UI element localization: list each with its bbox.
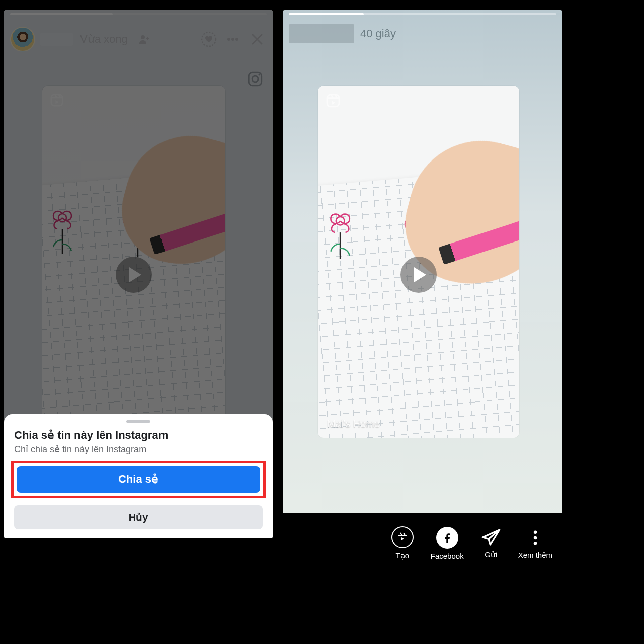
story-header: Vừa xong <box>10 24 267 54</box>
poster-name-block[interactable]: Vừa xong <box>40 30 154 49</box>
play-button[interactable] <box>116 257 152 293</box>
poster-name-redacted <box>289 24 354 43</box>
friend-tag-icon <box>135 30 154 49</box>
svg-point-0 <box>141 35 145 39</box>
sheet-grabber[interactable] <box>126 420 150 423</box>
send-action[interactable]: Gửi <box>481 527 501 559</box>
svg-point-4 <box>235 38 238 41</box>
facebook-story-viewer: Vừa xong <box>4 10 273 538</box>
kebab-icon <box>528 528 543 548</box>
story-progress-fill <box>289 13 364 15</box>
svg-rect-8 <box>51 95 63 106</box>
play-button[interactable] <box>400 257 437 293</box>
story-progress <box>10 13 267 15</box>
heart-ring-icon[interactable] <box>199 30 218 49</box>
highlight-annotation: Chia sẻ <box>11 461 266 498</box>
story-time-label: Vừa xong <box>80 33 128 46</box>
reels-icon <box>391 526 414 548</box>
video-watermark: Mal's Home <box>327 418 380 430</box>
instagram-story-editor: 40 giây <box>283 10 562 513</box>
share-button[interactable]: Chia sẻ <box>17 466 260 493</box>
cancel-button[interactable]: Hủy <box>14 505 263 529</box>
story-action-bar: Tạo Facebook Gửi Xem thêm <box>283 518 562 569</box>
svg-point-2 <box>227 38 230 41</box>
play-icon <box>411 267 426 282</box>
close-icon[interactable] <box>248 30 267 49</box>
story-progress-fill <box>10 13 113 15</box>
reel-badge-icon <box>325 93 341 109</box>
svg-rect-10 <box>327 95 339 107</box>
story-time-label: 40 giây <box>360 27 396 40</box>
svg-point-12 <box>534 530 537 534</box>
more-label: Xem thêm <box>518 551 552 559</box>
instagram-icon[interactable] <box>247 70 266 90</box>
svg-point-3 <box>231 38 234 41</box>
composite-screenshot: Vừa xong <box>0 0 644 644</box>
reel-badge-icon <box>49 93 64 108</box>
play-icon <box>126 267 141 282</box>
share-bottom-sheet: Chia sẻ tin này lên Instagram Chỉ chia s… <box>4 414 273 538</box>
facebook-action[interactable]: Facebook <box>431 527 464 560</box>
svg-point-7 <box>259 74 260 75</box>
send-label: Gửi <box>485 550 497 559</box>
create-label: Tạo <box>396 551 410 560</box>
sheet-title: Chia sẻ tin này lên Instagram <box>14 429 263 442</box>
poster-name-redacted <box>40 33 73 46</box>
create-action[interactable]: Tạo <box>391 526 414 560</box>
facebook-icon <box>436 527 458 549</box>
paper-plane-icon <box>481 527 501 547</box>
more-action[interactable]: Xem thêm <box>518 528 552 559</box>
story-content-card[interactable]: Mal's Home <box>318 86 519 438</box>
story-content-card[interactable]: Mal's Home <box>42 86 225 433</box>
svg-point-6 <box>252 76 258 82</box>
svg-point-14 <box>534 542 537 545</box>
facebook-label: Facebook <box>431 552 464 560</box>
more-dots-icon[interactable] <box>223 30 243 49</box>
editor-header: 40 giây <box>289 24 396 43</box>
avatar[interactable] <box>10 27 35 52</box>
story-progress <box>289 13 556 15</box>
sheet-subtitle: Chỉ chia sẻ tin này lên Instagram <box>14 444 263 455</box>
svg-point-13 <box>534 536 537 539</box>
